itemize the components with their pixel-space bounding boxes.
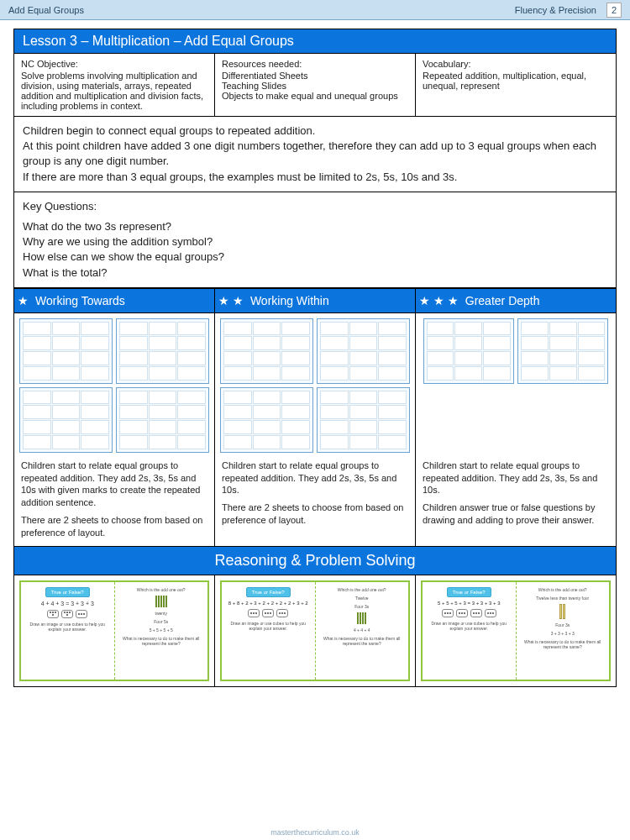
tf-badge: True or False?: [447, 587, 491, 597]
worksheet-thumbnail: [19, 387, 113, 453]
rps-a3: 5 + 5 + 5 + 5: [150, 627, 173, 633]
level-working-towards: ★ Working Towards: [14, 289, 214, 312]
odd-one-out: Which is the odd one out?: [137, 587, 186, 592]
worksheet-thumbnail: [116, 387, 209, 453]
kq-4: What is the total?: [23, 265, 607, 281]
worksheet-thumbnail: [220, 387, 313, 453]
wt-label: Working Towards: [35, 294, 125, 307]
worksheet-thumbnail: [116, 318, 209, 384]
objective-row: NC Objective: Solve problems involving m…: [14, 54, 616, 117]
gd-desc-1: Children start to relate equal groups to…: [421, 456, 611, 499]
kq-2: Why are we using the addition symbol?: [23, 234, 607, 249]
voc-head: Vocabulary:: [423, 59, 609, 69]
rps-a1: Twelve less than twenty four: [536, 596, 589, 601]
kq-1: What do the two 3s represent?: [23, 219, 607, 234]
rps-banner: Reasoning & Problem Solving: [14, 546, 616, 575]
rps-instruction: Draw an image or use cubes to help you e…: [426, 621, 512, 631]
rps-necessary: What is necessary to do to make them all…: [520, 639, 606, 649]
header-left: Add Equal Groups: [8, 5, 84, 15]
rps-cell-gd: True or False? 5 + 5 + 5 + 3 = 3 + 3 + 3…: [415, 575, 616, 686]
star-icon: ★ ★: [218, 294, 244, 307]
lesson-box: Lesson 3 – Multiplication – Add Equal Gr…: [13, 29, 617, 687]
rps-row: True or False? 4 + 4 + 3 = 3 + 3 + 3 Dra…: [14, 575, 616, 686]
ww-desc-2: There are 2 sheets to choose from based …: [220, 498, 410, 528]
star-icon: ★: [18, 294, 29, 307]
ww-desc-1: Children start to relate equal groups to…: [220, 456, 410, 499]
counters-icon: [248, 609, 288, 617]
worksheet-thumbnail: [19, 318, 113, 384]
wt-cell: Children start to relate equal groups to…: [14, 313, 214, 546]
rps-equation: 8 + 8 + 2 + 3 + 2 + 2 + 2 + 2 + 3 + 2: [228, 601, 308, 606]
rps-equation: 4 + 4 + 3 = 3 + 3 + 3: [41, 601, 94, 606]
rps-cell-ww: True or False? 8 + 8 + 2 + 3 + 2 + 2 + 2…: [214, 575, 415, 686]
worksheet-thumbnail: [423, 318, 514, 384]
header-right: Fluency & Precision: [515, 5, 596, 15]
counters-icon: [47, 610, 87, 618]
rps-instruction: Draw an image or use cubes to help you e…: [24, 622, 111, 632]
odd-one-out: Which is the odd one out?: [538, 587, 587, 592]
kq-head: Key Questions:: [23, 199, 607, 214]
ww-cell: Children start to relate equal groups to…: [214, 313, 415, 546]
rps-necessary: What is necessary to do to make them all…: [118, 636, 205, 646]
kq-3: How else can we show the equal groups?: [23, 249, 607, 265]
nc-body: Solve problems involving multiplication …: [21, 71, 207, 111]
gd-cell: Children start to relate equal groups to…: [415, 313, 616, 546]
nc-objective-cell: NC Objective: Solve problems involving m…: [14, 54, 214, 117]
rps-card: True or False? 8 + 8 + 2 + 3 + 2 + 2 + 2…: [220, 580, 410, 681]
nc-head: NC Objective:: [21, 59, 207, 69]
gd-label: Greater Depth: [465, 294, 540, 307]
star-icon: ★ ★ ★: [419, 294, 459, 307]
rps-a2: Four 5s: [154, 619, 168, 624]
counters-icon: [442, 609, 496, 617]
worksheet-thumbnail: [517, 318, 608, 384]
key-questions: Key Questions: What do the two 3s repres…: [14, 192, 616, 288]
tf-badge: True or False?: [45, 587, 90, 597]
worksheet-thumbnail: [317, 387, 410, 453]
rps-card: True or False? 5 + 5 + 5 + 3 = 3 + 3 + 3…: [421, 580, 611, 681]
base-ten-icon: [559, 604, 565, 619]
level-body: Children start to relate equal groups to…: [14, 313, 616, 546]
rps-a3: 4 + 4 + 4: [354, 627, 370, 633]
rps-cell-wt: True or False? 4 + 4 + 3 = 3 + 3 + 3 Dra…: [14, 575, 214, 686]
rps-a2: Four 3s: [555, 622, 570, 627]
worksheet-thumbnail: [317, 318, 410, 384]
resources-cell: Resources needed: Differentiated Sheets …: [214, 54, 415, 117]
rps-a1: twenty: [155, 611, 167, 616]
rps-necessary: What is necessary to do to make them all…: [319, 636, 406, 646]
page-header: Add Equal Groups Fluency & Precision 2: [0, 0, 630, 20]
voc-body: Repeated addition, multiplication, equal…: [423, 71, 609, 91]
rps-instruction: Draw an image or use cubes to help you e…: [225, 621, 312, 631]
odd-one-out: Which is the odd one out?: [338, 587, 386, 592]
res-body: Differentiated Sheets Teaching Slides Ob…: [222, 71, 408, 101]
intro-text: Children begin to connect equal groups t…: [14, 117, 616, 192]
rps-a2: Four 3s: [354, 604, 369, 609]
wt-desc-1: Children start to relate equal groups to…: [19, 456, 209, 511]
res-head: Resources needed:: [222, 59, 408, 69]
bars-icon: [357, 612, 366, 624]
tf-badge: True or False?: [246, 587, 291, 597]
worksheet-thumbnail: [220, 318, 313, 384]
page-number: 2: [606, 3, 622, 18]
rps-equation: 5 + 5 + 5 + 3 = 3 + 3 + 3 + 3: [438, 601, 501, 606]
vocabulary-cell: Vocabulary: Repeated addition, multiplic…: [415, 54, 616, 117]
wt-desc-2: There are 2 sheets to choose from based …: [19, 511, 209, 541]
level-working-within: ★ ★ Working Within: [214, 289, 415, 312]
level-headers: ★ Working Towards ★ ★ Working Within ★ ★…: [14, 288, 616, 313]
rps-card: True or False? 4 + 4 + 3 = 3 + 3 + 3 Dra…: [19, 580, 209, 681]
lesson-banner: Lesson 3 – Multiplication – Add Equal Gr…: [14, 29, 616, 54]
bars-icon: [155, 596, 167, 607]
rps-a3: 3 + 3 + 3 + 3: [551, 631, 575, 636]
gd-desc-2: Children answer true or false questions …: [421, 498, 611, 528]
rps-a1: Twelve: [355, 596, 369, 601]
ww-label: Working Within: [250, 294, 329, 307]
footer-url: masterthecurriculum.co.uk: [0, 828, 630, 837]
level-greater-depth: ★ ★ ★ Greater Depth: [415, 289, 616, 312]
